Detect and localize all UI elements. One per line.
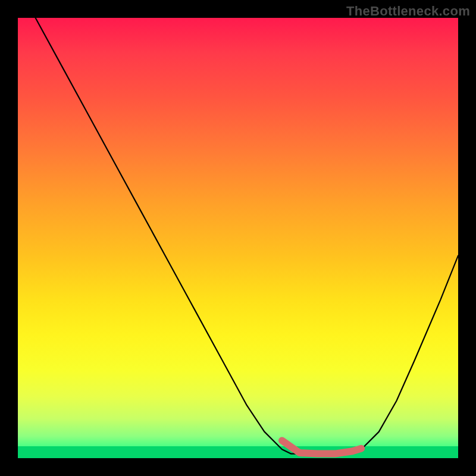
watermark-text: TheBottleneck.com	[346, 4, 470, 19]
plot-area	[18, 18, 458, 458]
chart-svg	[18, 18, 458, 458]
chart-frame: TheBottleneck.com	[0, 0, 476, 476]
bottleneck-curve	[36, 18, 458, 454]
optimal-range-marker	[282, 440, 361, 453]
